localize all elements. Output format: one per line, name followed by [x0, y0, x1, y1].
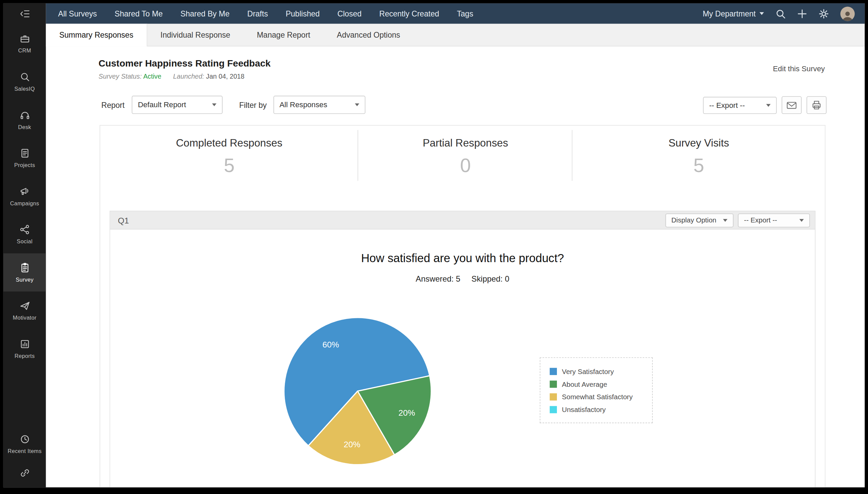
email-report-button[interactable]: [781, 96, 801, 114]
filter-by-label: Filter by: [239, 100, 267, 109]
sidebar-item-label: SalesIQ: [15, 86, 35, 92]
export-controls: -- Export --: [703, 96, 827, 114]
summary-panel: Completed Responses 5 Partial Responses …: [99, 125, 825, 487]
search-icon: [776, 9, 786, 19]
desk-icon: [19, 110, 30, 121]
sidebar-item-label: Social: [17, 238, 33, 244]
campaigns-icon: [19, 186, 30, 197]
nav-item-closed[interactable]: Closed: [337, 9, 362, 18]
legend-item[interactable]: Very Satisfactory: [550, 365, 652, 378]
chart-legend: Very Satisfactory About Average Somewhat…: [540, 357, 653, 423]
legend-swatch: [550, 393, 557, 400]
chevron-down-icon: [355, 103, 359, 106]
report-dropdown-value: Default Report: [138, 101, 186, 109]
print-button[interactable]: [807, 96, 826, 114]
create-survey-button[interactable]: [797, 9, 807, 19]
sidebar-item-desk[interactable]: Desk: [3, 101, 46, 139]
collapse-sidebar-button[interactable]: [3, 3, 46, 24]
search-button[interactable]: [776, 9, 786, 19]
stat-label: Survey Visits: [573, 137, 825, 149]
nav-item-shared-to-me[interactable]: Shared To Me: [115, 9, 163, 18]
reports-icon: [19, 338, 30, 349]
legend-label: Very Satisfactory: [562, 368, 614, 375]
survey-launched-value: Jan 04, 2018: [206, 73, 244, 80]
question-response-counts: Answered: 5 Skipped: 0: [110, 274, 815, 283]
nav-item-published[interactable]: Published: [285, 9, 319, 18]
chevron-down-icon: [212, 103, 217, 106]
answered-count: Answered: 5: [416, 274, 460, 283]
survey-icon: [19, 262, 30, 273]
sidebar-item-campaigns[interactable]: Campaigns: [3, 177, 46, 215]
sidebar-item-survey[interactable]: Survey: [3, 253, 46, 292]
pie-chart: 60%20%20%: [283, 317, 432, 466]
sidebar-item-links[interactable]: [3, 463, 46, 487]
nav-item-all-surveys[interactable]: All Surveys: [58, 9, 97, 18]
printer-icon: [811, 99, 822, 111]
legend-label: Unsatisfactory: [562, 406, 606, 413]
sidebar-item-label: Desk: [18, 124, 31, 130]
skipped-count: Skipped: 0: [472, 274, 510, 283]
sidebar-item-social[interactable]: Social: [3, 215, 46, 253]
stat-survey-visits: Survey Visits 5: [573, 126, 825, 183]
survey-launched-label: Launched:: [173, 73, 204, 80]
social-icon: [19, 224, 30, 235]
nav-item-drafts[interactable]: Drafts: [247, 9, 268, 18]
export-dropdown[interactable]: -- Export --: [703, 96, 777, 114]
legend-swatch: [550, 381, 557, 388]
stat-partial-responses: Partial Responses 0: [358, 126, 573, 183]
report-controls: Report Default Report Filter by All Resp…: [101, 96, 365, 114]
legend-label: About Average: [562, 380, 607, 388]
display-option-button[interactable]: Display Option: [665, 213, 734, 227]
question-export-dropdown[interactable]: -- Export --: [738, 213, 810, 227]
main-content: Customer Happiness Rating Feedback Surve…: [46, 46, 865, 487]
tab-summary-responses[interactable]: Summary Responses: [46, 24, 147, 46]
legend-swatch: [550, 368, 557, 375]
settings-button[interactable]: [819, 9, 829, 19]
legend-item[interactable]: Somewhat Satisfactory: [550, 391, 652, 403]
question-card-q1: Q1 Display Option -- Export -- How sati: [110, 211, 815, 487]
legend-item[interactable]: About Average: [550, 378, 652, 391]
top-navigation: All Surveys Shared To Me Shared By Me Dr…: [46, 3, 865, 24]
sidebar-item-motivator[interactable]: Motivator: [3, 291, 46, 330]
chevron-down-icon: [723, 219, 727, 222]
legend-item[interactable]: Unsatisfactory: [550, 403, 652, 416]
sidebar-item-recent-items[interactable]: Recent Items: [3, 425, 46, 463]
sidebar-item-crm[interactable]: CRM: [3, 24, 46, 62]
sidebar-item-label: Survey: [16, 277, 34, 283]
display-option-label: Display Option: [671, 216, 716, 224]
sidebar-item-projects[interactable]: Projects: [3, 139, 46, 177]
sidebar-item-label: Campaigns: [10, 200, 39, 206]
page-title: Customer Happiness Rating Feedback: [98, 58, 271, 69]
stat-value: 0: [358, 154, 573, 176]
survey-status-value: Active: [143, 73, 162, 80]
sidebar-item-salesiq[interactable]: SalesIQ: [3, 62, 46, 101]
user-avatar[interactable]: [841, 6, 855, 21]
sidebar-item-label: Reports: [15, 353, 35, 359]
report-dropdown[interactable]: Default Report: [132, 96, 223, 114]
stat-value: 5: [100, 154, 358, 176]
chevron-down-icon: [799, 219, 804, 222]
legend-label: Somewhat Satisfactory: [562, 393, 633, 401]
nav-item-tags[interactable]: Tags: [457, 9, 473, 18]
salesiq-icon: [19, 71, 30, 82]
department-dropdown[interactable]: My Department: [703, 9, 764, 18]
sidebar-item-reports[interactable]: Reports: [3, 330, 46, 368]
collapse-sidebar-icon: [19, 8, 30, 19]
nav-item-shared-by-me[interactable]: Shared By Me: [181, 9, 230, 18]
pie-chart-container: 60%20%20%: [283, 317, 432, 466]
motivator-icon: [19, 300, 30, 311]
stat-completed-responses: Completed Responses 5: [100, 126, 358, 183]
export-dropdown-value: -- Export --: [709, 101, 745, 109]
report-tabbar: Summary Responses Individual Response Ma…: [46, 24, 865, 46]
nav-item-recently-created[interactable]: Recently Created: [380, 9, 439, 18]
screenshot-stage: CRM SalesIQ Desk Projects Campaigns: [0, 0, 868, 494]
tab-individual-response[interactable]: Individual Response: [147, 24, 244, 46]
pie-slice-label: 60%: [322, 340, 339, 349]
person-icon: [842, 10, 853, 21]
tab-advanced-options[interactable]: Advanced Options: [324, 24, 413, 46]
tab-manage-report[interactable]: Manage Report: [243, 24, 324, 46]
filter-dropdown[interactable]: All Responses: [273, 96, 365, 114]
edit-survey-link[interactable]: Edit this Survey: [773, 65, 825, 73]
survey-status-label: Survey Status:: [98, 73, 142, 80]
envelope-icon: [786, 100, 797, 110]
